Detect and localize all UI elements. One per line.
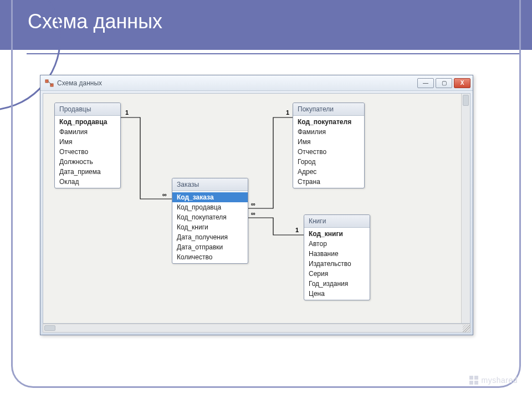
field[interactable]: Цена [304, 289, 370, 299]
table-header[interactable]: Книги [304, 215, 370, 228]
cardinality-one: 1 [286, 109, 289, 116]
resize-grip[interactable] [463, 325, 470, 332]
scrollbar-thumb[interactable] [463, 95, 469, 106]
window-buttons: — ▢ X [417, 78, 470, 88]
field[interactable]: Код_продавца [172, 202, 248, 212]
field[interactable]: Имя [55, 137, 120, 147]
table-header[interactable]: Продавцы [55, 103, 120, 116]
field-pk[interactable]: Код_продавца [55, 117, 120, 127]
field[interactable]: Издательство [304, 259, 370, 269]
field[interactable]: Оклад [55, 177, 120, 187]
divider [27, 53, 521, 54]
table-buyers[interactable]: Покупатели Код_покупателя Фамилия Имя От… [293, 103, 365, 188]
maximize-button[interactable]: ▢ [436, 78, 452, 88]
watermark: myshared [469, 376, 518, 385]
field[interactable]: Должность [55, 157, 120, 167]
field[interactable]: Количество [172, 252, 248, 262]
field[interactable]: Серия [304, 269, 370, 279]
horizontal-scrollbar[interactable] [43, 324, 470, 332]
field[interactable]: Дата_приема [55, 167, 120, 177]
table-sellers[interactable]: Продавцы Код_продавца Фамилия Имя Отчест… [54, 103, 121, 188]
field[interactable]: Адрес [293, 167, 364, 177]
field[interactable]: Дата_получения [172, 232, 248, 242]
cardinality-many: ∞ [251, 210, 255, 217]
watermark-text: myshared [482, 376, 518, 385]
scrollbar-thumb[interactable] [44, 325, 55, 331]
close-button[interactable]: X [454, 78, 470, 88]
field[interactable]: Фамилия [55, 127, 120, 137]
field[interactable]: Код_покупателя [172, 212, 248, 222]
field[interactable]: Код_книги [172, 222, 248, 232]
field[interactable]: Имя [293, 137, 364, 147]
field[interactable]: Страна [293, 177, 364, 187]
table-books[interactable]: Книги Код_книги Автор Название Издательс… [304, 214, 370, 300]
table-header[interactable]: Заказы [172, 178, 248, 191]
cardinality-many: ∞ [251, 201, 255, 207]
field[interactable]: Автор [304, 239, 370, 249]
field[interactable]: Год_издания [304, 279, 370, 289]
field[interactable]: Фамилия [293, 127, 364, 137]
field[interactable]: Отчество [55, 147, 120, 157]
cardinality-one: 1 [295, 227, 299, 233]
schema-window: Схема данных — ▢ X 1 ∞ 1 ∞ 1 ∞ Продавцы … [40, 75, 473, 335]
cardinality-many: ∞ [162, 191, 167, 198]
field-pk[interactable]: Код_книги [304, 229, 370, 239]
cardinality-one: 1 [125, 109, 129, 116]
schema-canvas[interactable]: 1 ∞ 1 ∞ 1 ∞ Продавцы Код_продавца Фамили… [43, 93, 470, 324]
minimize-button[interactable]: — [417, 78, 434, 88]
relationship-icon [45, 79, 54, 88]
field[interactable]: Дата_отправки [172, 242, 248, 252]
svg-rect-0 [45, 80, 48, 83]
field[interactable]: Название [304, 249, 370, 259]
field-pk[interactable]: Код_покупателя [293, 117, 364, 127]
titlebar[interactable]: Схема данных — ▢ X [40, 75, 473, 91]
field-pk-selected[interactable]: Код_заказа [172, 192, 248, 202]
vertical-scrollbar[interactable] [461, 94, 470, 323]
watermark-icon [469, 376, 478, 385]
window-title: Схема данных [57, 79, 417, 87]
slide-title: Схема данных [0, 0, 532, 50]
field[interactable]: Отчество [293, 147, 364, 157]
table-header[interactable]: Покупатели [293, 103, 364, 116]
table-orders[interactable]: Заказы Код_заказа Код_продавца Код_покуп… [172, 178, 248, 264]
field[interactable]: Город [293, 157, 364, 167]
svg-line-2 [48, 81, 52, 85]
